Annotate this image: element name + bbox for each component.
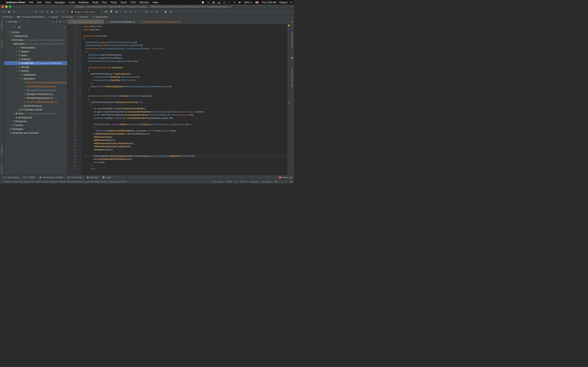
- tree-item[interactable]: ▸📁︎Positions: [4, 57, 67, 61]
- tool-profiler[interactable]: ◉ Performance Profiler: [39, 176, 63, 179]
- tree-item[interactable]: ▸📁︎Storage: [4, 65, 67, 69]
- status-encoding[interactable]: UTF-8: [240, 180, 246, 183]
- menu-navigate[interactable]: Navigate: [54, 1, 65, 4]
- record-icon[interactable]: ⦿: [207, 1, 209, 4]
- menu-code[interactable]: Code: [69, 1, 75, 4]
- tree-gear-icon[interactable]: ⚙: [63, 26, 66, 29]
- nav-back-icon[interactable]: ←: [21, 10, 25, 14]
- locate-icon[interactable]: ⊕: [52, 20, 54, 23]
- menu-tests[interactable]: Tests: [111, 1, 117, 4]
- tree-item[interactable]: C#ReceptorPositionSystem.cs: [4, 88, 67, 92]
- git-pull-icon[interactable]: ↙: [129, 10, 132, 14]
- code-editor[interactable]: using Unity.Entities;using Unity.Jobs;na…: [82, 25, 287, 175]
- git-push-icon[interactable]: ⋯: [139, 10, 143, 14]
- tool-tab-favorites[interactable]: 2: Favorites: [0, 145, 3, 157]
- editor-gutter[interactable]: 2345678910111213141516171819202122232425…: [67, 25, 78, 175]
- bluetooth-icon[interactable]: ᛒ: [234, 1, 236, 4]
- menu-file[interactable]: File: [29, 1, 33, 4]
- git-history-icon[interactable]: 🕓︎: [144, 10, 148, 14]
- tree-item[interactable]: ▸▣SimfileEditor(E7.Onmaku.SimfileEditor): [4, 61, 67, 65]
- tree-item[interactable]: ▸📁︎Packages: [4, 127, 67, 131]
- status-caret-pos[interactable]: 43:39: [226, 180, 232, 183]
- menu-view[interactable]: View: [45, 1, 51, 4]
- status-project[interactable]: E7.Onmaku: [211, 180, 223, 183]
- tree-item[interactable]: ▾📁︎Assets: [4, 30, 67, 34]
- user-name[interactable]: 5argon: [279, 1, 287, 4]
- coverage-icon[interactable]: ⛊: [291, 57, 293, 60]
- tree-item[interactable]: ▸▣Tests(E7.Onmaku.SimfileEditor.Tests, .…: [4, 111, 67, 115]
- input-flag-icon[interactable]: 🇺🇸: [255, 1, 259, 4]
- gear-icon[interactable]: ⚙: [59, 20, 61, 23]
- run-icon[interactable]: ▶: [50, 10, 54, 14]
- tree-item[interactable]: ▸📁︎Intialization: [4, 73, 67, 77]
- editor-tab[interactable]: C#BpmTimeTravelProcessingSystem.cs: [138, 19, 183, 24]
- breadcrumb-item[interactable]: 📁︎ SimfileEditor: [92, 16, 108, 18]
- open-icon[interactable]: 📂︎: [2, 10, 6, 14]
- breadcrumb-item[interactable]: 📁︎ Onmaku: [2, 16, 13, 18]
- menu-run[interactable]: Run: [102, 1, 107, 4]
- tree-item[interactable]: ▸📁︎References: [4, 34, 67, 38]
- status-indent[interactable]: 4 spaces: [249, 180, 258, 183]
- build-solution-icon[interactable]: ⇄: [40, 10, 44, 14]
- close-window-button[interactable]: [2, 6, 4, 8]
- tree-collapse-icon[interactable]: ▾: [6, 20, 7, 23]
- menu-vcs[interactable]: VCS: [130, 1, 136, 4]
- coverage-icon[interactable]: ⛊: [109, 10, 113, 14]
- readonly-lock-icon[interactable]: 🔒︎: [290, 180, 292, 183]
- menu-help[interactable]: Help: [153, 1, 158, 4]
- tool-todo[interactable]: ☰ 6: TODO: [23, 176, 35, 179]
- stop-icon[interactable]: ■: [56, 10, 60, 14]
- git-commit-icon[interactable]: ✓: [134, 10, 138, 14]
- tree-item[interactable]: ▾▣Runtime(E7.Onmaku, E7.Onmaku.SimfileEd…: [4, 42, 67, 46]
- breadcrumb-item[interactable]: 📁︎ Assets: [48, 16, 58, 18]
- settings-wrench-icon[interactable]: 🔧︎: [155, 10, 159, 14]
- app-name[interactable]: JetBrains Rider: [6, 1, 25, 4]
- tree-item[interactable]: ▸📁︎FileOperation: [4, 46, 67, 50]
- menu-build[interactable]: Build: [93, 1, 98, 4]
- tool-tab-explorer[interactable]: 1: Explorer: [0, 20, 3, 31]
- tool-unity[interactable]: ⬢ Unity: [103, 176, 111, 179]
- build-icon[interactable]: ↯: [34, 10, 38, 14]
- tree-item[interactable]: C#ReceptorTimeSystem.cs: [4, 92, 67, 96]
- editor-tab[interactable]: C#EntityCommandBuffer.cs: [104, 19, 138, 24]
- project-view-selector[interactable]: ⬢ Unity ▾: [9, 20, 19, 23]
- tree-item[interactable]: C#BpmTimeTravelProcessingSystem.cs: [4, 81, 67, 84]
- tool-unit-tests[interactable]: 🧪︎ 8: Unit Tests: [68, 176, 82, 179]
- tree-item[interactable]: 📁︎Scenes: [4, 123, 67, 127]
- zoom-window-button[interactable]: [9, 6, 11, 8]
- cloud-icon[interactable]: ☁: [218, 1, 220, 4]
- breadcrumb-item[interactable]: 📁︎ Onmaku: [62, 16, 73, 18]
- tree-item[interactable]: {}package.json: [4, 115, 67, 119]
- debug-attach-icon[interactable]: ▣: [163, 10, 167, 14]
- undo-icon[interactable]: ↶: [150, 10, 154, 14]
- tree-item[interactable]: C#RenderRangeSystem.cs: [4, 96, 67, 100]
- inspection-warning-icon[interactable]: [288, 25, 290, 26]
- run-config-selector[interactable]: ⬢ Attach to Unity Editor ▾: [69, 10, 100, 14]
- tool-tab-errors[interactable]: Errors In Solution: [291, 31, 294, 49]
- volume-icon[interactable]: 🔊︎: [238, 1, 241, 4]
- hide-icon[interactable]: —: [63, 20, 66, 23]
- minimize-window-button[interactable]: [5, 6, 8, 8]
- battery-status[interactable]: 18% ▭: [244, 1, 252, 4]
- clock[interactable]: Thu 3:56 AM: [261, 1, 277, 4]
- tool-terminal[interactable]: ▣ Terminal: [87, 176, 98, 179]
- tool-event-log[interactable]: ● Event Log: [279, 176, 292, 179]
- tree-item[interactable]: ▸📁︎Helpers: [4, 50, 67, 53]
- menu-refactor[interactable]: Refactor: [79, 1, 89, 4]
- tree-item[interactable]: C#TimeTravelBakingSystem.cs: [4, 100, 67, 104]
- wifi-icon[interactable]: ᯤ: [228, 1, 231, 4]
- debug-icon[interactable]: 🐞︎: [104, 10, 108, 14]
- rebuild-icon[interactable]: ⟲: [45, 10, 49, 14]
- editor-tab[interactable]: C#TimeTravelBakingSystem.cs: [67, 19, 104, 24]
- refresh-icon[interactable]: ⟳: [12, 10, 16, 14]
- unity-icon[interactable]: ⬢: [202, 1, 204, 4]
- ideavim-icon[interactable]: ▮▯: [275, 180, 277, 183]
- tree-item[interactable]: ▾▣Onmaku(E7.Onmaku, E7.Onmaku.SimfileEdi…: [4, 38, 67, 42]
- tool-repository[interactable]: ⎇ 9: Repository: [2, 176, 18, 179]
- status-linesep[interactable]: LF: [234, 180, 237, 183]
- menu-edit[interactable]: Edit: [37, 1, 42, 4]
- save-all-icon[interactable]: 💾︎: [7, 10, 11, 14]
- breadcrumb-item[interactable]: ▣ E7.Onmaku.SimfileEditor: [17, 16, 45, 18]
- tree-item[interactable]: ▸📁︎Notes: [4, 53, 67, 57]
- expand-icon[interactable]: ⤓: [10, 26, 12, 29]
